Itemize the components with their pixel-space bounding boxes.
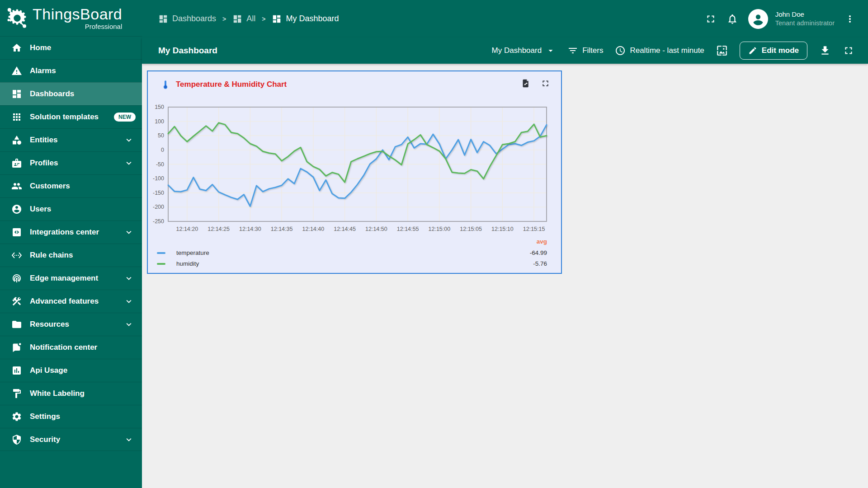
- widget-header: Temperature & Humidity Chart: [148, 71, 561, 103]
- app-name: ThingsBoard: [33, 6, 122, 22]
- home-icon: [11, 42, 22, 53]
- svg-text:12:15:15: 12:15:15: [523, 226, 545, 232]
- widget-fullscreen-icon[interactable]: [541, 79, 550, 88]
- breadcrumb-item-dashboards[interactable]: Dashboards: [158, 14, 216, 24]
- chevron-down-icon: [546, 46, 556, 56]
- sidebar-item-rule-chains[interactable]: Rule chains: [0, 244, 142, 267]
- toolbar-fullscreen-icon[interactable]: [843, 45, 854, 56]
- sidebar-item-profiles[interactable]: Profiles: [0, 151, 142, 174]
- integrations-center-icon: [11, 227, 22, 238]
- dashboard-image-icon[interactable]: [716, 45, 728, 56]
- legend-avg-header: avg: [157, 238, 547, 247]
- legend-avg-value: -64.99: [530, 249, 547, 256]
- notification-center-icon: [11, 342, 22, 353]
- breadcrumb: Dashboards>All>My Dashboard: [158, 14, 339, 24]
- chart-area[interactable]: 150100500-50-100-150-200-25012:14:2012:1…: [148, 103, 561, 237]
- pencil-icon: [748, 46, 757, 55]
- thermometer-icon: [160, 80, 170, 89]
- sidebar-item-label: Notification center: [30, 343, 97, 352]
- breadcrumb-item-all[interactable]: All: [232, 14, 255, 24]
- more-vert-icon[interactable]: [844, 13, 855, 25]
- state-selector-label: My Dashboard: [492, 46, 542, 55]
- svg-text:0: 0: [161, 147, 164, 153]
- sidebar-item-edge-management[interactable]: Edge management: [0, 267, 142, 290]
- sidebar-item-label: Advanced features: [30, 297, 99, 306]
- advanced-features-icon: [11, 296, 22, 307]
- sidebar-item-label: Rule chains: [30, 251, 73, 260]
- legend-label[interactable]: temperature: [176, 249, 209, 256]
- header-actions: John Doe Tenant administrator: [705, 9, 855, 29]
- sidebar-item-label: Settings: [30, 412, 60, 421]
- chevron-down-icon: [124, 135, 134, 145]
- chart-widget[interactable]: Temperature & Humidity Chart 150100500-5…: [147, 70, 562, 274]
- timewindow-button[interactable]: Realtime - last minute: [615, 45, 704, 56]
- breadcrumb-item-my-dashboard[interactable]: My Dashboard: [272, 14, 339, 24]
- sidebar-item-label: Resources: [30, 320, 69, 329]
- svg-text:50: 50: [158, 132, 164, 139]
- sidebar-item-advanced-features[interactable]: Advanced features: [0, 290, 142, 313]
- sidebar-item-security[interactable]: Security: [0, 428, 142, 451]
- sidebar-item-notification-center[interactable]: Notification center: [0, 336, 142, 359]
- dashboard-toolbar: My Dashboard My Dashboard Filters Realti…: [142, 38, 868, 64]
- chevron-down-icon: [124, 296, 134, 306]
- notifications-bell-icon[interactable]: [726, 13, 738, 25]
- sidebar-item-resources[interactable]: Resources: [0, 313, 142, 336]
- dashboard-icon: [272, 14, 282, 24]
- svg-text:12:14:20: 12:14:20: [176, 226, 198, 232]
- svg-text:12:15:05: 12:15:05: [460, 226, 482, 232]
- breadcrumb-separator: >: [222, 15, 226, 23]
- rule-chains-icon: [11, 250, 22, 261]
- chevron-down-icon: [124, 227, 134, 237]
- sidebar-item-label: Dashboards: [30, 89, 74, 99]
- user-name: John Doe: [775, 10, 835, 19]
- users-icon: [11, 204, 22, 215]
- svg-text:12:14:55: 12:14:55: [397, 226, 419, 232]
- sidebar-item-dashboards[interactable]: Dashboards: [0, 82, 142, 105]
- filters-button[interactable]: Filters: [567, 45, 603, 56]
- svg-text:12:14:25: 12:14:25: [208, 226, 230, 232]
- timeseries-chart[interactable]: 150100500-50-100-150-200-25012:14:2012:1…: [148, 103, 563, 237]
- svg-text:12:15:10: 12:15:10: [491, 226, 514, 232]
- sidebar: ThingsBoard Professional HomeAlarmsDashb…: [0, 0, 142, 488]
- sidebar-item-alarms[interactable]: Alarms: [0, 59, 142, 82]
- sidebar-item-entities[interactable]: Entities: [0, 128, 142, 151]
- solution-templates-icon: [11, 112, 22, 122]
- app-logo[interactable]: ThingsBoard Professional: [0, 0, 142, 36]
- svg-text:-200: -200: [153, 204, 164, 210]
- sidebar-item-label: Customers: [30, 182, 70, 191]
- state-selector[interactable]: My Dashboard: [492, 46, 556, 56]
- sidebar-item-api-usage[interactable]: Api Usage: [0, 359, 142, 382]
- sidebar-item-label: Integrations center: [30, 228, 99, 237]
- filter-icon: [567, 45, 578, 56]
- header: Dashboards>All>My Dashboard John Doe Ten…: [142, 0, 868, 38]
- resources-icon: [11, 319, 22, 330]
- filters-label: Filters: [582, 46, 603, 55]
- svg-text:100: 100: [155, 118, 164, 125]
- sidebar-item-settings[interactable]: Settings: [0, 405, 142, 428]
- dashboards-icon: [11, 89, 22, 99]
- legend-label[interactable]: humidity: [176, 260, 199, 267]
- sidebar-item-integrations-center[interactable]: Integrations center: [0, 221, 142, 244]
- widget-export-icon[interactable]: [521, 79, 531, 88]
- chevron-down-icon: [124, 273, 134, 283]
- clock-icon: [615, 45, 626, 56]
- edit-mode-label: Edit mode: [762, 46, 799, 55]
- api-usage-icon: [11, 365, 22, 376]
- sidebar-item-label: Alarms: [30, 66, 56, 75]
- sidebar-item-white-labeling[interactable]: White Labeling: [0, 382, 142, 405]
- legend-color-dash: [157, 263, 165, 265]
- user-avatar[interactable]: [748, 9, 768, 29]
- sidebar-item-solution-templates[interactable]: Solution templatesNEW: [0, 105, 142, 128]
- svg-text:-50: -50: [156, 161, 164, 168]
- svg-text:12:14:45: 12:14:45: [334, 226, 356, 232]
- sidebar-item-users[interactable]: Users: [0, 197, 142, 221]
- sidebar-item-home[interactable]: Home: [0, 36, 142, 59]
- sidebar-item-customers[interactable]: Customers: [0, 174, 142, 197]
- settings-icon: [11, 411, 22, 422]
- download-icon[interactable]: [819, 45, 831, 56]
- page-title: My Dashboard: [158, 46, 217, 56]
- fullscreen-icon[interactable]: [705, 13, 717, 25]
- svg-text:-150: -150: [153, 190, 164, 196]
- edit-mode-button[interactable]: Edit mode: [740, 42, 807, 60]
- user-info[interactable]: John Doe Tenant administrator: [775, 10, 835, 27]
